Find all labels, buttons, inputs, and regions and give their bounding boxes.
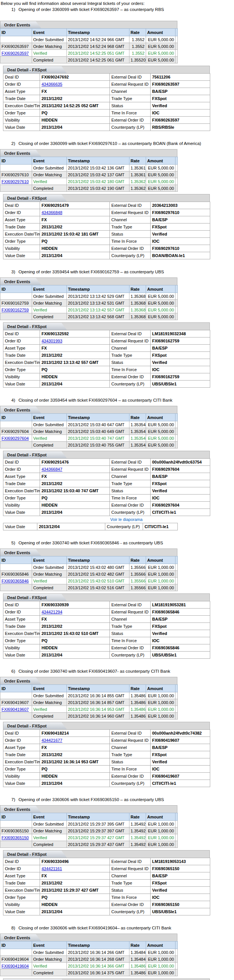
deal-detail-tabstrip: Deal Detail - FXSpot: [3, 194, 210, 202]
order-id-link[interactable]: 434421294: [41, 610, 62, 614]
deal-label-right: External Deal ID: [110, 858, 151, 865]
deal-value-right: BA/ESP: [151, 345, 210, 352]
event-timestamp-cell: 2013/12/02 14:52:25 061 GMT: [67, 57, 129, 64]
event-timestamp-cell: 2013/12/02 13:13:42 557 GMT: [67, 307, 129, 313]
order-id-link[interactable]: 434366635: [41, 82, 62, 86]
ticket-section: 2)Closing of order 3360099 with ticket F…: [0, 141, 234, 259]
ticket-link[interactable]: FXI690162759: [2, 308, 29, 312]
order-id-link[interactable]: 434366848: [41, 210, 62, 215]
event-name-cell: Order Matching: [32, 43, 67, 50]
event-amount-cell: EUR 5,000.00: [146, 307, 175, 313]
deal-label-left: Order ID: [3, 466, 40, 473]
deal-label-left: Asset Type: [3, 88, 40, 95]
deal-label-right: Counterparty (LP): [110, 908, 151, 915]
deal-label-left: Execution Date/Time: [3, 887, 40, 894]
deal-detail-table: Deal IDFXI690132592External Deal IDLM181…: [3, 330, 210, 388]
deal-value-left: 2013/12/02: [40, 480, 110, 487]
event-timestamp-cell: 2013/12/02 16:36:14 266 GMT: [67, 949, 129, 956]
event-timestamp-cell: 2013/12/02 16:36:14 855 GMT: [67, 692, 129, 699]
event-id-cell: FXI690297604: [0, 428, 32, 435]
column-header: Rate: [129, 414, 146, 421]
deal-value-right: BA/ESP: [151, 88, 210, 95]
deal-label-left: Deal ID: [3, 330, 40, 337]
deal-value-left: 434366635: [40, 81, 110, 88]
event-name-cell: Order Matching: [32, 956, 67, 963]
ticket-link[interactable]: FXI690297604: [2, 436, 29, 441]
deal-label-right: Status: [110, 759, 151, 765]
order-id-link[interactable]: 434421161: [41, 866, 62, 871]
section-number: 5): [11, 541, 19, 545]
deal-label-left: Trade Date: [3, 95, 40, 102]
deal-detail-row: Value Date2013/12/04Counterparty (LP)UBS…: [3, 652, 210, 659]
deal-value-right: FXSpot: [151, 352, 210, 359]
event-timestamp-cell: 2013/12/02 13:13:42 529 GMT: [67, 293, 129, 300]
ticket-link[interactable]: FXI690365846: [2, 579, 29, 583]
clipped-cell: [175, 421, 178, 428]
order-id-link[interactable]: 434421677: [41, 738, 62, 743]
deal-value-left: FX: [40, 88, 110, 95]
deal-value-right: FXSpot: [151, 623, 210, 630]
event-name-cell: Completed: [32, 841, 67, 848]
event-id-cell: FXI690419607: [0, 699, 32, 706]
order-events-table: IDEventTimestampRateAmount Order Submitt…: [0, 941, 178, 976]
deal-label-right: External Request ID: [110, 81, 151, 88]
deal-label-left: Execution Date/Time: [3, 231, 40, 238]
event-timestamp-cell: 2013/12/02 15:29:37 427 GMT: [67, 834, 129, 841]
order-event-row: FXI690419607Order Matching2013/12/02 16:…: [0, 699, 178, 706]
deal-value-left: PQ: [40, 637, 110, 644]
deal-label-right: Channel: [110, 473, 151, 480]
deal-label-left: Visibility: [3, 245, 40, 252]
deal-value-right: IOC: [151, 894, 210, 901]
order-events-body: Order Submitted2013/12/02 15:03:40 647 G…: [0, 421, 178, 449]
event-name-cell: Order Submitted: [32, 692, 67, 699]
section-heading: 8)Closing of order 3360606 with ticket F…: [11, 926, 234, 930]
deal-value-right: FXSpot: [151, 95, 210, 102]
order-event-row: FXI690162759Order Matching2013/12/02 13:…: [0, 300, 178, 307]
order-events-panel: Order Events IDEventTimestampRateAmount …: [0, 805, 177, 848]
deal-detail-row: Order TypePQTime In ForceIOC: [3, 110, 210, 117]
deal-label-right: Counterparty (LP): [110, 380, 151, 388]
deal-detail-row: Order TypePQTime In ForceIOC: [3, 238, 210, 245]
deal-value-left: 2013/12/04: [40, 652, 110, 659]
order-id-link[interactable]: 434301993: [41, 339, 62, 343]
order-event-row: Completed2013/12/02 15:03:40 755 GMT1.35…: [0, 442, 178, 449]
section-heading: 4)Closing of order 3359454 with ticket F…: [11, 398, 234, 402]
deal-value-left: FX: [40, 616, 110, 623]
event-id-cell: [0, 313, 32, 320]
deal-detail-row: Asset TypeFXChannelBA/ESP: [3, 872, 210, 880]
event-amount-cell: EUR 1,000.00: [146, 713, 175, 719]
deal-value-left: 2013/12/02: [40, 880, 110, 887]
intro-text: Below you will find information about se…: [1, 1, 234, 6]
voir-le-diaporama-link[interactable]: Voir le diaporama: [110, 517, 143, 522]
ticket-link[interactable]: FXI690419604: [2, 964, 29, 968]
deal-detail-row: Trade Date2013/12/02Trade TypeFXSpot: [3, 480, 210, 487]
section-heading: 6)Closing of order 3360740 with ticket F…: [11, 669, 234, 673]
order-event-row: FXI690297604Verified2013/12/02 15:03:40 …: [0, 435, 178, 442]
event-name-cell: Completed: [32, 713, 67, 719]
deal-label-right: Time In Force: [110, 238, 151, 245]
event-rate-cell: 1.35354: [129, 442, 146, 449]
clipped-cell: [175, 578, 178, 584]
clipped-cell: [175, 821, 178, 827]
deal-detail-table: Deal IDFXI690330939External Deal IDLM181…: [3, 601, 210, 659]
event-amount-cell: EUR 1,000.00: [146, 692, 175, 699]
order-events-tab-label: Order Events: [4, 807, 30, 811]
deal-value-right: FXI690297610: [151, 209, 210, 216]
event-id-cell: FXI690297604: [0, 435, 32, 442]
deal-detail-tab: Deal Detail - FXSpot: [3, 722, 67, 729]
event-name-cell: Completed: [32, 185, 67, 192]
deal-value-left: FX: [40, 744, 110, 751]
ticket-section: 7)Opening of order 3360606 with ticket F…: [0, 797, 234, 915]
order-id-link[interactable]: 434366847: [41, 467, 62, 471]
deal-label-left: Deal ID: [3, 202, 40, 209]
ticket-link[interactable]: FXI690263597: [2, 51, 29, 56]
order-event-row: FXI690297610Order Matching2013/12/02 15:…: [0, 172, 178, 178]
ticket-link[interactable]: FXI690297610: [2, 179, 29, 184]
deal-label-right: Counterparty (LP): [110, 124, 151, 131]
deal-detail-row: Execution Date/Time2013/12/02 16:36:14 9…: [3, 759, 210, 765]
ticket-link[interactable]: FXI690419607: [2, 707, 29, 711]
deal-label-right: Channel: [110, 345, 151, 352]
clipped-cell: [175, 692, 178, 699]
event-amount-cell: EUR 1,000.00: [146, 699, 175, 706]
ticket-link[interactable]: FXI690365150: [2, 835, 29, 840]
